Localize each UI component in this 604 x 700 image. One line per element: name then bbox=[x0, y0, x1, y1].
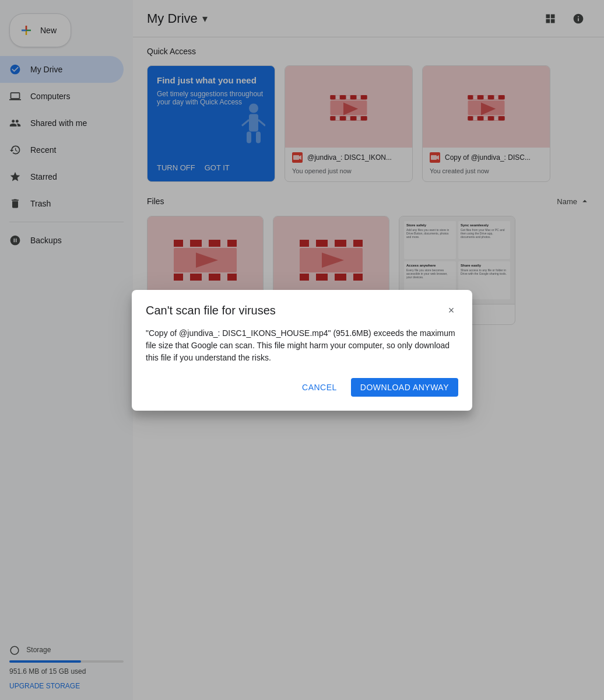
dialog-body: "Copy of @jundiva_: DISC1_IKONS_HOUSE.mp… bbox=[146, 327, 458, 364]
dialog-title: Can't scan file for viruses bbox=[146, 304, 276, 317]
virus-scan-dialog: Can't scan file for viruses × "Copy of @… bbox=[132, 290, 472, 411]
cancel-button[interactable]: CANCEL bbox=[293, 378, 346, 397]
dialog-actions: CANCEL DOWNLOAD ANYWAY bbox=[146, 378, 458, 397]
download-anyway-button[interactable]: DOWNLOAD ANYWAY bbox=[351, 378, 458, 397]
dialog-header: Can't scan file for viruses × bbox=[146, 304, 458, 318]
modal-overlay: Can't scan file for viruses × "Copy of @… bbox=[0, 0, 604, 700]
dialog-close-button[interactable]: × bbox=[444, 304, 458, 318]
